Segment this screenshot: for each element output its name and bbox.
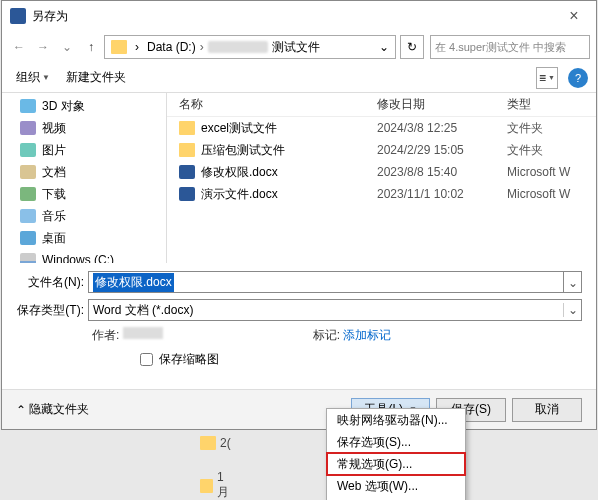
sidebar-item-downloads[interactable]: 下载 [2, 183, 166, 205]
cancel-button[interactable]: 取消 [512, 398, 582, 422]
video-icon [20, 121, 36, 135]
up-button[interactable]: ↑ [80, 36, 102, 58]
menu-save-options[interactable]: 保存选项(S)... [327, 431, 465, 453]
tags-value[interactable]: 添加标记 [343, 328, 391, 342]
filetype-combo[interactable]: Word 文档 (*.docx)⌄ [88, 299, 582, 321]
folder-icon [179, 121, 195, 135]
column-type[interactable]: 类型 [507, 96, 596, 113]
sidebar-item-video[interactable]: 视频 [2, 117, 166, 139]
sidebar-item-desktop[interactable]: 桌面 [2, 227, 166, 249]
list-row[interactable]: 压缩包测试文件 2024/2/29 15:05 文件夹 [167, 139, 596, 161]
close-button[interactable]: × [554, 7, 594, 25]
background-files: 2( 1月 [200, 436, 245, 450]
sidebar: 3D 对象 视频 图片 文档 下载 音乐 桌面 Windows (C:) ›Da… [2, 93, 167, 263]
form-area: 文件名(N): 修改权限.docx ⌄ 保存类型(T): Word 文档 (*.… [2, 263, 596, 373]
footer: ⌃隐藏文件夹 工具(L)▼ 保存(S) 取消 [2, 389, 596, 429]
word-app-icon [10, 8, 26, 24]
view-options-button[interactable]: ≡▼ [536, 67, 558, 89]
folder-icon [111, 40, 127, 54]
thumbnail-checkbox[interactable]: 保存缩略图 [136, 352, 219, 366]
titlebar: 另存为 × [2, 1, 596, 31]
sidebar-item-documents[interactable]: 文档 [2, 161, 166, 183]
sidebar-item-c-drive[interactable]: Windows (C:) [2, 249, 166, 263]
download-icon [20, 187, 36, 201]
forward-button: → [32, 36, 54, 58]
chevron-up-icon: ⌃ [16, 403, 26, 417]
menu-general-options[interactable]: 常规选项(G)... [327, 453, 465, 475]
tags-label: 标记: [313, 328, 340, 342]
address-dropdown[interactable]: ⌄ [375, 40, 393, 54]
body-panel: 3D 对象 视频 图片 文档 下载 音乐 桌面 Windows (C:) ›Da… [2, 93, 596, 263]
music-icon [20, 209, 36, 223]
filetype-label: 保存类型(T): [16, 302, 88, 319]
path-segment-blurred[interactable] [208, 41, 268, 53]
filename-label: 文件名(N): [16, 274, 88, 291]
search-input[interactable]: 在 4.super测试文件 中搜索 [430, 35, 590, 59]
menu-web-options[interactable]: Web 选项(W)... [327, 475, 465, 497]
list-header: 名称 修改日期 类型 [167, 93, 596, 117]
recent-dropdown[interactable]: ⌄ [56, 36, 78, 58]
3d-icon [20, 99, 36, 113]
filename-input[interactable]: 修改权限.docx [88, 271, 564, 293]
filename-dropdown[interactable]: ⌄ [564, 271, 582, 293]
address-bar[interactable]: › Data (D:)› 测试文件 ⌄ [104, 35, 396, 59]
refresh-button[interactable]: ↻ [400, 35, 424, 59]
save-as-dialog: 另存为 × ← → ⌄ ↑ › Data (D:)› 测试文件 ⌄ ↻ 在 4.… [1, 0, 597, 430]
hide-folders-toggle[interactable]: ⌃隐藏文件夹 [16, 401, 89, 418]
column-name[interactable]: 名称 [167, 96, 377, 113]
menu-map-drive[interactable]: 映射网络驱动器(N)... [327, 409, 465, 431]
desktop-icon [20, 231, 36, 245]
list-row[interactable]: excel测试文件 2024/3/8 12:25 文件夹 [167, 117, 596, 139]
organize-button[interactable]: 组织▼ [10, 66, 56, 89]
path-segment-folder[interactable]: 测试文件 [268, 39, 324, 56]
new-folder-button[interactable]: 新建文件夹 [60, 66, 132, 89]
sidebar-item-3d[interactable]: 3D 对象 [2, 95, 166, 117]
dialog-title: 另存为 [32, 8, 554, 25]
back-button[interactable]: ← [8, 36, 30, 58]
file-list: 名称 修改日期 类型 excel测试文件 2024/3/8 12:25 文件夹 … [167, 93, 596, 263]
folder-icon [200, 436, 216, 450]
word-icon [179, 165, 195, 179]
document-icon [20, 165, 36, 179]
path-segment-drive[interactable]: Data (D:)› [143, 40, 208, 54]
chevron-icon[interactable]: › [131, 40, 143, 54]
column-date[interactable]: 修改日期 [377, 96, 507, 113]
picture-icon [20, 143, 36, 157]
folder-icon [179, 143, 195, 157]
sidebar-item-pictures[interactable]: 图片 [2, 139, 166, 161]
help-button[interactable]: ? [568, 68, 588, 88]
drive-icon [20, 253, 36, 263]
word-icon [179, 187, 195, 201]
sidebar-item-music[interactable]: 音乐 [2, 205, 166, 227]
nav-bar: ← → ⌄ ↑ › Data (D:)› 测试文件 ⌄ ↻ 在 4.super测… [2, 31, 596, 63]
author-value[interactable] [123, 327, 163, 339]
author-label: 作者: [92, 328, 119, 342]
tools-menu: 映射网络驱动器(N)... 保存选项(S)... 常规选项(G)... Web … [326, 408, 466, 500]
list-row[interactable]: 修改权限.docx 2023/8/8 15:40 Microsoft W [167, 161, 596, 183]
folder-icon [200, 479, 213, 493]
list-row[interactable]: 演示文件.docx 2023/11/1 10:02 Microsoft W [167, 183, 596, 205]
toolbar: 组织▼ 新建文件夹 ≡▼ ? [2, 63, 596, 93]
